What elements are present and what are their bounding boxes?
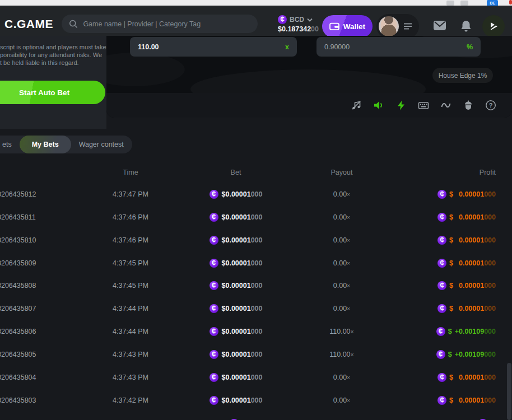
turbo-bolt-icon[interactable] bbox=[395, 100, 407, 111]
game-graphic-shape bbox=[106, 53, 185, 86]
bet-time: 4:37:44 PM bbox=[86, 305, 175, 312]
bet-time: 4:37:43 PM bbox=[86, 374, 175, 381]
bet-profit: ₵ $0.00001000 bbox=[378, 236, 496, 245]
bet-row[interactable]: 8206435808 4:37:45 PM ₵ $0.00001000 0.00… bbox=[0, 274, 512, 297]
bets-table-header: Time Bet Payout Profit bbox=[0, 162, 512, 183]
game-toolbar: ? bbox=[106, 93, 512, 118]
bet-amount: ₵ $0.00001000 bbox=[191, 281, 281, 290]
bcd-coin-icon: ₵ bbox=[210, 236, 218, 245]
notifications-bell-icon[interactable] bbox=[460, 20, 472, 32]
bet-time: 4:37:47 PM bbox=[86, 190, 175, 198]
bet-payout: 0.00× bbox=[297, 213, 387, 221]
bet-id: 8206435809 bbox=[0, 259, 87, 267]
game-search[interactable] bbox=[62, 15, 258, 33]
bcd-coin-icon: ₵ bbox=[437, 259, 446, 268]
currency-selector[interactable]: ₵ BCD $0.18734200 bbox=[278, 15, 325, 33]
site-logo[interactable]: C.GAME bbox=[4, 17, 53, 31]
bet-row[interactable]: 8206435812 4:37:47 PM ₵ $0.00001000 0.00… bbox=[0, 183, 512, 206]
bet-profit: ₵ $0.00001000 bbox=[378, 259, 496, 268]
quick-spin-icon[interactable] bbox=[482, 15, 505, 38]
bet-payout: 0.00× bbox=[297, 282, 387, 290]
help-icon[interactable]: ? bbox=[485, 100, 496, 111]
multiplier-input[interactable] bbox=[138, 43, 281, 51]
bet-profit: ₵ $0.00001000 bbox=[378, 396, 496, 405]
top-navigation-bar: C.GAME ₵ BCD $0.18734200 Wallet bbox=[0, 6, 512, 36]
bet-row[interactable]: 8206435811 4:37:46 PM ₵ $0.00001000 0.00… bbox=[0, 206, 512, 228]
bcd-coin-icon: ₵ bbox=[437, 213, 446, 222]
browser-extension-icon[interactable] bbox=[446, 1, 454, 6]
bet-time: 4:37:45 PM bbox=[86, 259, 175, 267]
bcd-coin-icon: ₵ bbox=[210, 373, 218, 382]
payout-multiplier-field[interactable]: x bbox=[130, 37, 297, 57]
bet-id: 8206435806 bbox=[0, 328, 87, 335]
wallet-button[interactable]: Wallet bbox=[322, 15, 373, 38]
live-stats-icon[interactable] bbox=[440, 100, 452, 111]
tab-all-bets[interactable]: ets bbox=[0, 141, 20, 148]
bcd-coin-icon: ₵ bbox=[210, 304, 218, 313]
scrollbar-thumb[interactable] bbox=[507, 363, 511, 420]
bet-row[interactable]: 8206435806 4:37:44 PM ₵ $0.00001000 110.… bbox=[0, 320, 512, 343]
bet-row[interactable]: 8206435807 4:37:44 PM ₵ $0.00001000 0.00… bbox=[0, 297, 512, 320]
bet-amount: ₵ $0.00001000 bbox=[191, 304, 281, 313]
bet-id: 8206435808 bbox=[0, 282, 87, 290]
bet-payout: 0.00× bbox=[297, 305, 387, 312]
user-profile-menu[interactable] bbox=[376, 14, 419, 39]
bet-row[interactable]: 8206435804 4:37:43 PM ₵ $0.00001000 0.00… bbox=[0, 366, 512, 389]
bcd-coin-icon: ₵ bbox=[437, 281, 446, 290]
browser-profile-icon[interactable] bbox=[460, 1, 468, 6]
bet-profit: ₵ $+0.00109000 bbox=[378, 327, 496, 336]
bcd-coin-icon: ₵ bbox=[278, 15, 287, 24]
win-chance-field[interactable]: % bbox=[316, 37, 481, 57]
bet-row[interactable]: 8206435805 4:37:43 PM ₵ $0.00001000 110.… bbox=[0, 343, 512, 366]
translate-extension-badge[interactable]: DE bbox=[487, 0, 498, 6]
game-panel: x % House Edge 1% bbox=[106, 36, 512, 118]
bet-payout: 0.00× bbox=[297, 374, 387, 381]
music-off-icon[interactable] bbox=[351, 100, 362, 111]
currency-code: BCD bbox=[290, 16, 304, 24]
bet-id: 8206435812 bbox=[0, 190, 87, 198]
bet-time: 4:37:46 PM bbox=[86, 213, 175, 221]
chevron-down-icon bbox=[307, 18, 313, 22]
header-payout: Payout bbox=[297, 169, 387, 176]
script-disclaimer-text: script is optional and players must take… bbox=[0, 44, 106, 67]
bet-id: 8206435804 bbox=[0, 374, 87, 381]
start-auto-bet-button[interactable]: Start Auto Bet bbox=[0, 81, 105, 104]
bcd-coin-icon: ₵ bbox=[210, 213, 218, 222]
bcd-coin-icon: ₵ bbox=[210, 327, 218, 336]
bet-profit: ₵ $0.00001000 bbox=[378, 281, 496, 290]
header-bet: Bet bbox=[191, 169, 281, 176]
multiplier-x-suffix[interactable]: x bbox=[285, 43, 289, 51]
search-icon bbox=[68, 18, 78, 30]
sound-on-icon[interactable] bbox=[373, 100, 384, 111]
bet-id: 8206435807 bbox=[0, 305, 87, 312]
bet-amount: ₵ $0.00001000 bbox=[191, 259, 281, 268]
tab-my-bets[interactable]: My Bets bbox=[20, 136, 71, 153]
seed-fairness-icon[interactable] bbox=[463, 100, 474, 111]
bcd-coin-icon: ₵ bbox=[210, 281, 218, 290]
avatar[interactable] bbox=[379, 16, 399, 36]
bcd-coin-icon: ₵ bbox=[437, 373, 446, 382]
hotkeys-keyboard-icon[interactable] bbox=[418, 100, 429, 111]
bet-profit: ₵ $0.00001000 bbox=[378, 373, 496, 382]
bet-time: 4:37:46 PM bbox=[86, 236, 175, 244]
bet-amount: ₵ $0.00001000 bbox=[191, 373, 281, 382]
bet-amount: ₵ $0.00001000 bbox=[191, 396, 281, 405]
bet-row[interactable]: ₵ ₵ bbox=[0, 412, 512, 420]
wallet-balance: $0.18734200 bbox=[278, 25, 325, 33]
play-slash-icon bbox=[488, 21, 499, 32]
bet-profit: ₵ $+0.00109000 bbox=[378, 350, 496, 359]
win-chance-input[interactable] bbox=[324, 43, 462, 51]
messages-icon[interactable] bbox=[433, 20, 446, 31]
percent-suffix[interactable]: % bbox=[467, 43, 473, 51]
search-input[interactable] bbox=[83, 20, 251, 28]
bet-profit: ₵ $0.00001000 bbox=[378, 304, 496, 313]
bets-tabs: ets My Bets Wager contest bbox=[0, 136, 132, 153]
bet-payout: 0.00× bbox=[297, 190, 387, 198]
bet-row[interactable]: 8206435809 4:37:45 PM ₵ $0.00001000 0.00… bbox=[0, 251, 512, 274]
tab-wager-contest[interactable]: Wager contest bbox=[71, 141, 132, 148]
bcd-coin-icon: ₵ bbox=[210, 190, 218, 199]
bcd-coin-icon: ₵ bbox=[210, 259, 218, 268]
bet-row[interactable]: 8206435810 4:37:46 PM ₵ $0.00001000 0.00… bbox=[0, 228, 512, 251]
bet-row[interactable]: 8206435803 4:37:42 PM ₵ $0.00001000 0.00… bbox=[0, 389, 512, 412]
bet-time: 4:37:44 PM bbox=[86, 328, 175, 335]
